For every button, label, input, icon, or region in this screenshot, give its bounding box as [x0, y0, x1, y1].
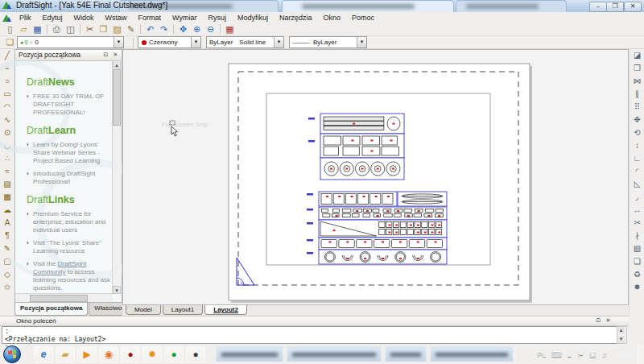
modify-erase[interactable]: ◪ — [631, 49, 644, 62]
scroll-down-icon[interactable]: ▼ — [617, 336, 625, 343]
modify-corner[interactable]: ∟ — [631, 152, 644, 165]
undo-icon[interactable]: ↶ — [143, 23, 157, 35]
palette-link-item[interactable]: Premium Service for enterprise, educatio… — [27, 210, 111, 234]
tool-hatch[interactable]: ▨ — [1, 178, 14, 191]
taskbar-ie-icon[interactable]: e — [34, 346, 53, 362]
redo-icon[interactable]: ↷ — [157, 23, 171, 35]
minimize-button[interactable]: – — [589, 2, 607, 12]
open-icon[interactable]: ▱ — [17, 23, 31, 35]
sep[interactable] — [77, 23, 83, 35]
modify-purge[interactable]: ♻ — [631, 268, 644, 281]
tray-keyboard-icon[interactable]: ⌨ — [551, 350, 562, 358]
document-tab[interactable]: Layout2 — [204, 305, 247, 315]
color-combo[interactable]: Czerwony ▼ — [138, 36, 201, 48]
drawing-canvas[interactable]: xFull-screen Snip — [122, 49, 629, 305]
print-preview-icon[interactable]: ◫ — [64, 23, 77, 35]
properties-icon[interactable]: ✂ — [83, 23, 97, 35]
taskbar-firefox-icon[interactable]: ◉ — [99, 346, 118, 362]
taskbar-window-button[interactable] — [385, 346, 427, 362]
layers-manager-icon[interactable]: ❏ — [3, 36, 17, 48]
document-tab[interactable]: Model — [126, 305, 161, 315]
tool-curve[interactable]: ∿ — [1, 114, 14, 126]
chevron-down-icon[interactable]: ▼ — [114, 37, 123, 48]
chevron-down-icon[interactable]: ▼ — [357, 37, 366, 48]
chevron-down-icon[interactable]: ▼ — [191, 37, 200, 48]
menu-item[interactable]: Edytuj — [37, 14, 68, 22]
close-icon[interactable]: ✕ — [604, 316, 613, 325]
taskbar-app-red-icon[interactable]: ● — [121, 346, 140, 362]
modify-offset[interactable]: ∥ — [631, 88, 644, 101]
pan-icon[interactable]: ✥ — [176, 23, 190, 35]
palette-link-item[interactable]: Visit "The Lyons' Share" Learning resour… — [27, 239, 111, 255]
modify-round[interactable]: ◞ — [631, 191, 644, 204]
scrollbar-thumb[interactable] — [113, 69, 121, 126]
menu-item[interactable]: Modyfikuj — [232, 14, 274, 22]
tool-edit[interactable]: ✎ — [1, 242, 14, 255]
modify-split[interactable]: ∤ — [631, 230, 644, 242]
tool-text[interactable]: A — [1, 217, 14, 230]
layer-combo[interactable]: ●⚲○ 0 ▼ — [17, 36, 124, 48]
palette-horizontal-scrollbar[interactable] — [15, 293, 113, 302]
palette-vertical-scrollbar[interactable]: ▲ ▼ — [112, 60, 122, 294]
save-icon[interactable]: ▦ — [31, 23, 44, 35]
modify-move[interactable]: ✥ — [631, 114, 644, 126]
modify-explode[interactable]: ✸ — [631, 281, 644, 294]
tray-volume-icon[interactable]: ♬ — [601, 350, 609, 358]
print-icon[interactable]: ⎙ — [50, 23, 64, 35]
scroll-down-icon[interactable]: ▼ — [113, 286, 121, 294]
close-button[interactable]: ✕ — [624, 2, 642, 12]
tool-region[interactable]: ▩ — [1, 191, 14, 204]
show-desktop-button[interactable] — [638, 345, 644, 364]
menu-item[interactable]: Wymiar — [167, 14, 202, 22]
command-scrollbar[interactable]: ▲ ▼ — [617, 326, 627, 344]
modify-fillet[interactable]: ◜ — [631, 165, 644, 178]
taskbar-clock[interactable]: 22:10 — [616, 350, 634, 358]
menu-item[interactable]: Widok — [68, 14, 100, 22]
palette-link-item[interactable]: Learn by Doing! Lyons' Share Webinar Ser… — [27, 141, 111, 165]
taskbar-window-button[interactable] — [216, 346, 283, 362]
modify-layers[interactable]: ❏ — [631, 255, 644, 268]
modify-stretch[interactable]: ↔ — [631, 204, 644, 217]
tool-rectangle[interactable]: ▭ — [1, 88, 14, 101]
restore-button[interactable]: ❐ — [606, 2, 624, 12]
palette-tab[interactable]: Pozycja początkowa — [14, 303, 88, 316]
modify-mirror[interactable]: ⋈ — [631, 75, 644, 88]
modify-trim[interactable]: ✂ — [631, 217, 644, 230]
menu-item[interactable]: Pomoc — [346, 14, 380, 22]
menu-item[interactable]: Plik — [14, 14, 37, 22]
modify-hatch-edit[interactable]: ▧ — [631, 242, 644, 255]
sep[interactable] — [138, 23, 143, 35]
tray-network-icon[interactable]: ▣ — [589, 350, 597, 358]
modify-rotate[interactable]: ⟲ — [631, 126, 644, 139]
tool-cloud[interactable]: ☁ — [1, 204, 14, 217]
tool-select[interactable]: ▢ — [1, 255, 14, 268]
linestyle-combo[interactable]: ByLayer Solid line ▼ — [206, 36, 284, 48]
document-tab[interactable]: Layout1 — [163, 305, 203, 315]
tool-note[interactable]: ¶ — [1, 230, 14, 242]
background-window-tab[interactable] — [282, 0, 454, 12]
taskbar-explorer-icon[interactable]: ▰ — [56, 346, 75, 362]
tool-ellipse-arc[interactable]: ◡ — [1, 139, 14, 152]
paste-icon[interactable]: ▨ — [110, 23, 124, 35]
pin-icon[interactable]: ⊡ — [594, 316, 603, 325]
tool-circle[interactable]: ○ — [1, 75, 14, 88]
palette-link-item[interactable]: Visit the DraftSight Community to access… — [27, 260, 111, 292]
taskbar-app-green-icon[interactable]: ● — [164, 346, 184, 362]
close-icon[interactable]: ✕ — [111, 51, 120, 59]
sep[interactable] — [171, 23, 176, 35]
copy-icon[interactable]: ❐ — [97, 23, 110, 35]
menu-item[interactable]: Format — [133, 14, 167, 22]
layer-preview-icon[interactable]: ▦ — [223, 23, 237, 35]
start-button[interactable] — [3, 345, 21, 363]
menu-item[interactable]: Narzędzia — [274, 14, 318, 22]
menu-item[interactable]: Okno — [318, 14, 347, 22]
scrollbar-thumb[interactable] — [30, 295, 88, 302]
scroll-up-icon[interactable]: ▲ — [113, 60, 121, 68]
format-painter-icon[interactable]: ✎ — [124, 23, 138, 35]
modify-scale[interactable]: ↕ — [631, 139, 644, 152]
zoom-in-icon[interactable]: ⊕ — [190, 23, 204, 35]
menu-item[interactable]: Rysuj — [202, 14, 232, 22]
new-icon[interactable]: ▯ — [3, 23, 17, 35]
taskbar-app-orange-icon[interactable]: ✹ — [142, 346, 162, 362]
background-window-tab[interactable] — [456, 0, 567, 12]
